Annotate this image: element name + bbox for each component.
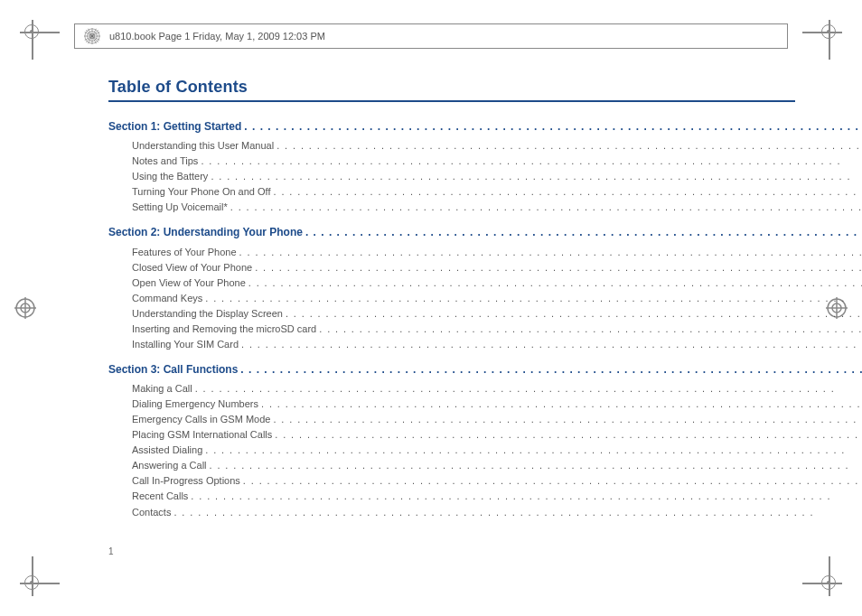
page-title: Table of Contents: [108, 78, 795, 102]
toc-entry-label: Installing Your SIM Card: [132, 337, 239, 352]
toc-item: Turning Your Phone On and Off8: [108, 184, 862, 200]
toc-entry-label: Understanding this User Manual: [132, 138, 274, 154]
toc-entry-label: Placing GSM International Calls: [132, 427, 272, 443]
toc-item: Features of Your Phone9: [108, 245, 862, 260]
toc-item: Call In-Progress Options24: [108, 473, 862, 489]
toc-item: Recent Calls24: [108, 489, 862, 504]
page-body: Table of Contents Section 1: Getting Sta…: [108, 78, 795, 551]
toc-leader-dots: [272, 427, 862, 443]
toc-leader-dots: [237, 245, 862, 260]
toc-leader-dots: [258, 397, 862, 412]
toc-item: Understanding this User Manual4: [108, 138, 862, 154]
toc-entry-label: Understanding the Display Screen: [132, 306, 283, 322]
toc-item: Setting Up Voicemail*8: [108, 200, 862, 215]
toc-section: Section 3: Call Functions22: [108, 361, 862, 378]
toc-item: Assisted Dialing23: [108, 443, 862, 458]
toc-entry-label: Inserting and Removing the microSD card: [132, 322, 316, 337]
toc-leader-dots: [207, 458, 862, 473]
toc-leader-dots: [202, 291, 862, 306]
toc-leader-dots: [188, 489, 862, 504]
toc-leader-dots: [198, 154, 862, 169]
toc-item: Emergency Calls in GSM Mode22: [108, 412, 862, 427]
print-header-text: u810.book Page 1 Friday, May 1, 2009 12:…: [109, 31, 325, 42]
toc-leader-dots: [202, 443, 862, 458]
toc-entry-label: Section 3: Call Functions: [108, 361, 238, 378]
toc-entry-label: Answering a Call: [132, 458, 207, 473]
toc-entry-label: Open View of Your Phone: [132, 275, 246, 291]
toc-entry-label: Features of Your Phone: [132, 245, 237, 260]
toc-entry-label: Setting Up Voicemail*: [132, 200, 228, 215]
toc-section: Section 2: Understanding Your Phone9: [108, 224, 862, 241]
toc-leader-dots: [208, 169, 862, 184]
toc-entry-label: Recent Calls: [132, 489, 188, 504]
toc-leader-dots: [239, 337, 862, 352]
toc-entry-label: Using the Battery: [132, 169, 208, 184]
toc-item: Answering a Call24: [108, 458, 862, 473]
page-number: 1: [108, 546, 114, 556]
toc-leader-dots: [241, 118, 862, 135]
toc-leader-dots: [274, 138, 862, 154]
toc-item: Understanding the Display Screen14: [108, 306, 862, 322]
crop-mark-bottom-right: [802, 556, 857, 611]
toc-item: Installing Your SIM Card19: [108, 337, 862, 352]
toc-entry-label: Section 2: Understanding Your Phone: [108, 224, 303, 241]
toc-leader-dots: [238, 361, 862, 378]
toc-leader-dots: [228, 200, 862, 215]
toc-item: Open View of Your Phone11: [108, 275, 862, 291]
toc-item: Dialing Emergency Numbers22: [108, 397, 862, 412]
toc-entry-label: Command Keys: [132, 291, 202, 306]
toc-leader-dots: [270, 412, 862, 427]
toc-leader-dots: [283, 306, 862, 322]
toc-entry-label: Section 1: Getting Started: [108, 118, 241, 135]
toc-entry-label: Assisted Dialing: [132, 443, 202, 458]
toc-leader-dots: [303, 224, 862, 241]
crop-mark-bottom-left: [5, 556, 60, 611]
registration-mark-left: [14, 297, 36, 319]
toc-leader-dots: [271, 184, 862, 200]
print-header-box: u810.book Page 1 Friday, May 1, 2009 12:…: [74, 23, 788, 49]
toc-leader-dots: [252, 260, 862, 275]
toc-entry-label: Making a Call: [132, 381, 192, 397]
toc-columns: Section 1: Getting Started4Understanding…: [108, 118, 795, 529]
toc-item: Contacts28: [108, 505, 862, 520]
toc-entry-label: Turning Your Phone On and Off: [132, 184, 271, 200]
toc-entry-label: Contacts: [132, 505, 171, 520]
toc-item: Closed View of Your Phone9: [108, 260, 862, 275]
crop-mark-top-left: [5, 5, 60, 60]
toc-leader-dots: [316, 322, 862, 337]
toc-item: Inserting and Removing the microSD card1…: [108, 322, 862, 337]
toc-item: Command Keys12: [108, 291, 862, 306]
toc-leader-dots: [171, 505, 862, 520]
toc-leader-dots: [192, 381, 862, 397]
toc-entry-label: Dialing Emergency Numbers: [132, 397, 258, 412]
toc-leader-dots: [246, 275, 862, 291]
toc-item: Notes and Tips4: [108, 154, 862, 169]
toc-column-left: Section 1: Getting Started4Understanding…: [108, 118, 862, 529]
toc-item: Making a Call22: [108, 381, 862, 397]
toc-entry-label: Notes and Tips: [132, 154, 198, 169]
toc-item: Placing GSM International Calls22: [108, 427, 862, 443]
toc-entry-label: Emergency Calls in GSM Mode: [132, 412, 270, 427]
toc-entry-label: Closed View of Your Phone: [132, 260, 252, 275]
toc-leader-dots: [240, 473, 862, 489]
crop-mark-top-right: [802, 5, 857, 60]
rosette-icon: [84, 28, 100, 44]
toc-item: Using the Battery4: [108, 169, 862, 184]
toc-entry-label: Call In-Progress Options: [132, 473, 240, 489]
toc-section: Section 1: Getting Started4: [108, 118, 862, 135]
